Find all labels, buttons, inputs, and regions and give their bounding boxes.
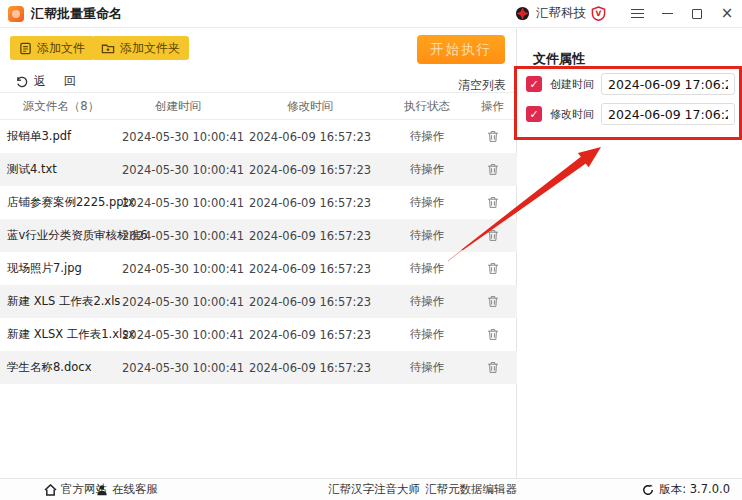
online-service-label: 在线客服: [112, 482, 158, 497]
modified-time: 2024-06-09 16:57:23: [234, 328, 386, 342]
footer: 官方网站 在线客服 汇帮汉字注音大师 汇帮元数据编辑器 版本: 3.7.0.0: [0, 478, 742, 500]
created-time: 2024-05-30 10:00:41: [122, 262, 234, 276]
trash-icon: [487, 196, 499, 209]
brand-badge-icon: V: [591, 6, 606, 21]
minimize-button[interactable]: [652, 0, 682, 27]
created-time: 2024-05-30 10:00:41: [122, 229, 234, 243]
titlebar: 汇帮批量重命名 汇帮科技 V ×: [0, 0, 742, 28]
trash-icon: [487, 328, 499, 341]
app-logo-icon: [8, 6, 24, 22]
hamburger-icon: [631, 6, 644, 21]
status-badge: 待操作: [386, 228, 468, 243]
minimize-icon: [662, 13, 673, 15]
col-modified: 修改时间: [234, 99, 386, 114]
file-name: 测试4.txt: [0, 162, 122, 177]
app-title: 汇帮批量重命名: [31, 5, 122, 23]
file-name: 现场照片7.jpg: [0, 261, 122, 276]
modified-time: 2024-06-09 16:57:23: [234, 163, 386, 177]
add-file-button[interactable]: 添加文件: [10, 36, 94, 60]
status-badge: 待操作: [386, 129, 468, 144]
person-icon: [96, 484, 108, 496]
created-time-checkbox[interactable]: ✓: [526, 76, 542, 92]
maximize-button[interactable]: [682, 0, 712, 27]
created-time: 2024-05-30 10:00:41: [122, 328, 234, 342]
close-button[interactable]: ×: [712, 0, 742, 27]
status-badge: 待操作: [386, 360, 468, 375]
menu-button[interactable]: [622, 0, 652, 27]
status-badge: 待操作: [386, 327, 468, 342]
status-badge: 待操作: [386, 261, 468, 276]
file-name: 新建 XLS 工作表2.xls: [0, 294, 122, 309]
table-row: 蓝v行业分类资质审核标准6 2024-05-30 10:00:41 2024-0…: [0, 219, 517, 252]
file-name: 蓝v行业分类资质审核标准6: [0, 228, 122, 243]
modified-time: 2024-06-09 16:57:23: [234, 130, 386, 144]
created-time: 2024-05-30 10:00:41: [122, 196, 234, 210]
delete-row-button[interactable]: [485, 293, 501, 310]
trash-icon: [487, 361, 499, 374]
file-name: 新建 XLSX 工作表1.xlsx: [0, 327, 122, 342]
modified-time-checkbox[interactable]: ✓: [526, 106, 542, 122]
table-row: 学生名称8.docx 2024-05-30 10:00:41 2024-06-0…: [0, 351, 517, 384]
created-time: 2024-05-30 10:00:41: [122, 130, 234, 144]
home-icon: [44, 484, 57, 496]
modified-time: 2024-06-09 16:57:23: [234, 361, 386, 375]
add-folder-label: 添加文件夹: [120, 40, 180, 57]
start-execute-button[interactable]: 开始执行: [417, 35, 505, 64]
modified-time: 2024-06-09 16:57:23: [234, 196, 386, 210]
delete-row-button[interactable]: [485, 227, 501, 244]
status-badge: 待操作: [386, 195, 468, 210]
version-label: 版本: 3.7.0.0: [659, 482, 730, 497]
modified-time: 2024-06-09 16:57:23: [234, 229, 386, 243]
col-created: 创建时间: [122, 99, 234, 114]
table-row: 新建 XLS 工作表2.xls 2024-05-30 10:00:41 2024…: [0, 285, 517, 318]
modified-time-property: ✓ 修改时间: [526, 103, 735, 125]
file-table: 源文件名（8） 创建时间 修改时间 执行状态 操作 报销单3.pdf 2024-…: [0, 92, 517, 384]
delete-row-button[interactable]: [485, 260, 501, 277]
modified-time-label: 修改时间: [550, 107, 594, 122]
status-badge: 待操作: [386, 294, 468, 309]
back-label: 返 回: [34, 73, 83, 90]
titlebar-right: 汇帮科技 V ×: [515, 0, 742, 27]
created-time: 2024-05-30 10:00:41: [122, 163, 234, 177]
col-source-name: 源文件名（8）: [0, 99, 122, 114]
pinyin-master-link[interactable]: 汇帮汉字注音大师: [328, 482, 420, 497]
status-badge: 待操作: [386, 162, 468, 177]
refresh-icon[interactable]: [642, 484, 654, 496]
delete-row-button[interactable]: [485, 161, 501, 178]
back-button[interactable]: 返 回: [15, 73, 83, 90]
file-name: 店铺参赛案例2225.pptx: [0, 195, 122, 210]
created-time: 2024-05-30 10:00:41: [122, 361, 234, 375]
file-list-panel: 添加文件 添加文件夹 开始执行 返 回 清空列表 源文件名（8） 创建时间 修改…: [0, 29, 517, 478]
online-service-link[interactable]: 在线客服: [96, 482, 158, 497]
trash-icon: [487, 163, 499, 176]
col-action: 操作: [468, 99, 517, 114]
modified-time-input[interactable]: [601, 103, 735, 125]
brand-name: 汇帮科技: [536, 5, 586, 22]
undo-icon: [15, 75, 28, 88]
table-row: 新建 XLSX 工作表1.xlsx 2024-05-30 10:00:41 20…: [0, 318, 517, 351]
delete-row-button[interactable]: [485, 326, 501, 343]
app-window: 汇帮批量重命名 汇帮科技 V ×: [0, 0, 742, 500]
table-row: 店铺参赛案例2225.pptx 2024-05-30 10:00:41 2024…: [0, 186, 517, 219]
delete-row-button[interactable]: [485, 194, 501, 211]
add-file-label: 添加文件: [37, 40, 85, 57]
table-row: 现场照片7.jpg 2024-05-30 10:00:41 2024-06-09…: [0, 252, 517, 285]
modified-time: 2024-06-09 16:57:23: [234, 262, 386, 276]
trash-icon: [487, 229, 499, 242]
created-time-property: ✓ 创建时间: [526, 73, 735, 95]
delete-row-button[interactable]: [485, 359, 501, 376]
file-icon: [19, 42, 32, 55]
trash-icon: [487, 262, 499, 275]
close-icon: ×: [721, 6, 734, 21]
trash-icon: [487, 295, 499, 308]
folder-plus-icon: [101, 42, 115, 55]
delete-row-button[interactable]: [485, 128, 501, 145]
add-folder-button[interactable]: 添加文件夹: [92, 36, 189, 60]
col-status: 执行状态: [386, 99, 468, 114]
svg-text:V: V: [596, 9, 602, 18]
file-name: 学生名称8.docx: [0, 360, 122, 375]
table-header: 源文件名（8） 创建时间 修改时间 执行状态 操作: [0, 92, 517, 120]
table-row: 报销单3.pdf 2024-05-30 10:00:41 2024-06-09 …: [0, 120, 517, 153]
created-time-input[interactable]: [601, 73, 735, 95]
metadata-editor-link[interactable]: 汇帮元数据编辑器: [425, 482, 517, 497]
